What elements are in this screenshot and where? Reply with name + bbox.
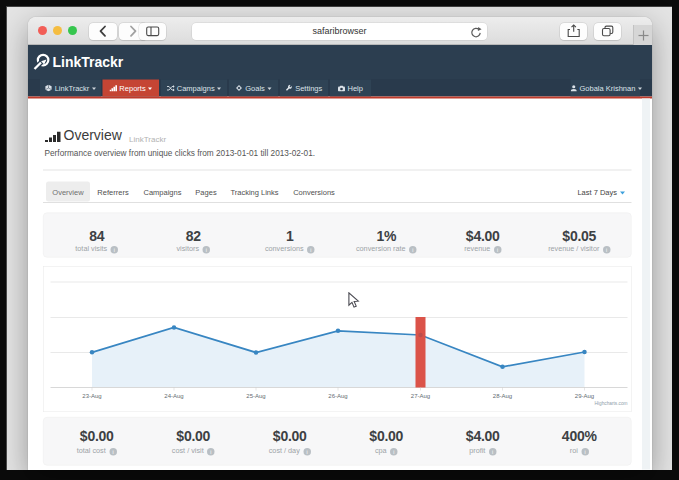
svg-text:26-Aug: 26-Aug	[328, 393, 347, 399]
svg-text:23-Aug: 23-Aug	[82, 393, 101, 399]
svg-text:28-Aug: 28-Aug	[493, 393, 512, 399]
svg-text:24-Aug: 24-Aug	[164, 393, 183, 399]
svg-text:25-Aug: 25-Aug	[246, 393, 265, 399]
svg-text:27-Aug: 27-Aug	[411, 393, 430, 399]
svg-text:Highcharts.com: Highcharts.com	[595, 401, 628, 406]
svg-text:29-Aug: 29-Aug	[575, 393, 594, 399]
